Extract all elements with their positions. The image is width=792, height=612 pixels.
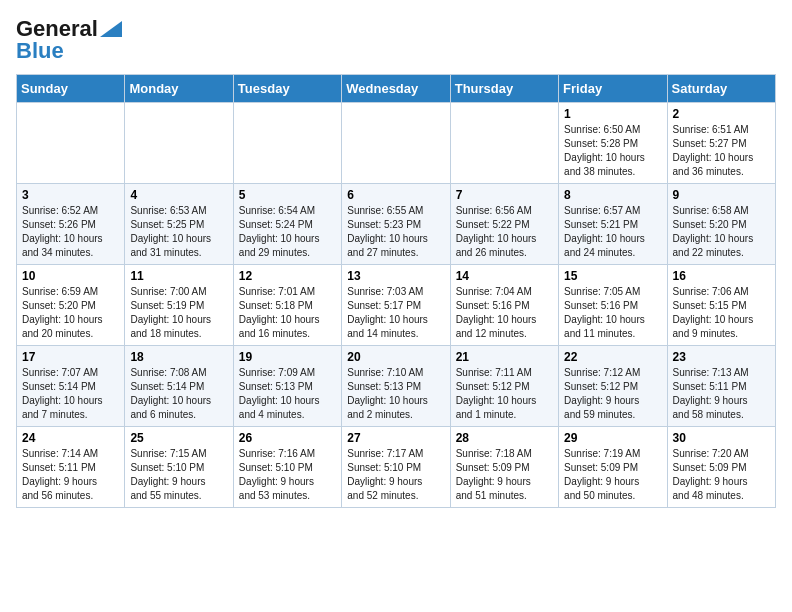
day-info: Sunrise: 6:51 AM Sunset: 5:27 PM Dayligh… bbox=[673, 123, 770, 179]
calendar-cell: 19Sunrise: 7:09 AM Sunset: 5:13 PM Dayli… bbox=[233, 346, 341, 427]
day-number: 8 bbox=[564, 188, 661, 202]
calendar-cell: 18Sunrise: 7:08 AM Sunset: 5:14 PM Dayli… bbox=[125, 346, 233, 427]
day-info: Sunrise: 6:50 AM Sunset: 5:28 PM Dayligh… bbox=[564, 123, 661, 179]
calendar-cell: 10Sunrise: 6:59 AM Sunset: 5:20 PM Dayli… bbox=[17, 265, 125, 346]
calendar-cell: 30Sunrise: 7:20 AM Sunset: 5:09 PM Dayli… bbox=[667, 427, 775, 508]
day-info: Sunrise: 6:54 AM Sunset: 5:24 PM Dayligh… bbox=[239, 204, 336, 260]
calendar-cell: 24Sunrise: 7:14 AM Sunset: 5:11 PM Dayli… bbox=[17, 427, 125, 508]
day-number: 13 bbox=[347, 269, 444, 283]
calendar-cell: 13Sunrise: 7:03 AM Sunset: 5:17 PM Dayli… bbox=[342, 265, 450, 346]
calendar-cell: 11Sunrise: 7:00 AM Sunset: 5:19 PM Dayli… bbox=[125, 265, 233, 346]
day-number: 24 bbox=[22, 431, 119, 445]
weekday-header-sunday: Sunday bbox=[17, 75, 125, 103]
calendar-cell bbox=[342, 103, 450, 184]
header: General Blue bbox=[16, 16, 776, 64]
day-info: Sunrise: 7:09 AM Sunset: 5:13 PM Dayligh… bbox=[239, 366, 336, 422]
logo-blue: Blue bbox=[16, 38, 64, 64]
day-info: Sunrise: 7:08 AM Sunset: 5:14 PM Dayligh… bbox=[130, 366, 227, 422]
week-row-2: 3Sunrise: 6:52 AM Sunset: 5:26 PM Daylig… bbox=[17, 184, 776, 265]
day-info: Sunrise: 7:20 AM Sunset: 5:09 PM Dayligh… bbox=[673, 447, 770, 503]
calendar-cell: 27Sunrise: 7:17 AM Sunset: 5:10 PM Dayli… bbox=[342, 427, 450, 508]
day-number: 10 bbox=[22, 269, 119, 283]
day-number: 16 bbox=[673, 269, 770, 283]
day-info: Sunrise: 6:53 AM Sunset: 5:25 PM Dayligh… bbox=[130, 204, 227, 260]
calendar-cell: 9Sunrise: 6:58 AM Sunset: 5:20 PM Daylig… bbox=[667, 184, 775, 265]
day-info: Sunrise: 7:17 AM Sunset: 5:10 PM Dayligh… bbox=[347, 447, 444, 503]
week-row-1: 1Sunrise: 6:50 AM Sunset: 5:28 PM Daylig… bbox=[17, 103, 776, 184]
calendar-cell: 25Sunrise: 7:15 AM Sunset: 5:10 PM Dayli… bbox=[125, 427, 233, 508]
day-info: Sunrise: 7:13 AM Sunset: 5:11 PM Dayligh… bbox=[673, 366, 770, 422]
calendar-cell: 3Sunrise: 6:52 AM Sunset: 5:26 PM Daylig… bbox=[17, 184, 125, 265]
weekday-header-monday: Monday bbox=[125, 75, 233, 103]
svg-marker-0 bbox=[100, 21, 122, 37]
calendar-cell: 21Sunrise: 7:11 AM Sunset: 5:12 PM Dayli… bbox=[450, 346, 558, 427]
day-info: Sunrise: 6:59 AM Sunset: 5:20 PM Dayligh… bbox=[22, 285, 119, 341]
day-number: 25 bbox=[130, 431, 227, 445]
calendar-cell: 7Sunrise: 6:56 AM Sunset: 5:22 PM Daylig… bbox=[450, 184, 558, 265]
day-info: Sunrise: 7:01 AM Sunset: 5:18 PM Dayligh… bbox=[239, 285, 336, 341]
week-row-3: 10Sunrise: 6:59 AM Sunset: 5:20 PM Dayli… bbox=[17, 265, 776, 346]
day-number: 4 bbox=[130, 188, 227, 202]
calendar-cell bbox=[233, 103, 341, 184]
calendar-cell: 22Sunrise: 7:12 AM Sunset: 5:12 PM Dayli… bbox=[559, 346, 667, 427]
weekday-header-friday: Friday bbox=[559, 75, 667, 103]
weekday-header-tuesday: Tuesday bbox=[233, 75, 341, 103]
day-number: 17 bbox=[22, 350, 119, 364]
day-number: 1 bbox=[564, 107, 661, 121]
calendar-cell: 12Sunrise: 7:01 AM Sunset: 5:18 PM Dayli… bbox=[233, 265, 341, 346]
calendar-cell: 16Sunrise: 7:06 AM Sunset: 5:15 PM Dayli… bbox=[667, 265, 775, 346]
day-info: Sunrise: 7:06 AM Sunset: 5:15 PM Dayligh… bbox=[673, 285, 770, 341]
day-info: Sunrise: 7:12 AM Sunset: 5:12 PM Dayligh… bbox=[564, 366, 661, 422]
week-row-4: 17Sunrise: 7:07 AM Sunset: 5:14 PM Dayli… bbox=[17, 346, 776, 427]
calendar-table: SundayMondayTuesdayWednesdayThursdayFrid… bbox=[16, 74, 776, 508]
day-number: 12 bbox=[239, 269, 336, 283]
day-info: Sunrise: 7:18 AM Sunset: 5:09 PM Dayligh… bbox=[456, 447, 553, 503]
day-number: 20 bbox=[347, 350, 444, 364]
day-number: 15 bbox=[564, 269, 661, 283]
day-number: 9 bbox=[673, 188, 770, 202]
day-number: 7 bbox=[456, 188, 553, 202]
day-number: 27 bbox=[347, 431, 444, 445]
day-info: Sunrise: 7:11 AM Sunset: 5:12 PM Dayligh… bbox=[456, 366, 553, 422]
calendar-cell: 15Sunrise: 7:05 AM Sunset: 5:16 PM Dayli… bbox=[559, 265, 667, 346]
calendar-cell: 8Sunrise: 6:57 AM Sunset: 5:21 PM Daylig… bbox=[559, 184, 667, 265]
day-number: 22 bbox=[564, 350, 661, 364]
day-info: Sunrise: 6:57 AM Sunset: 5:21 PM Dayligh… bbox=[564, 204, 661, 260]
day-number: 29 bbox=[564, 431, 661, 445]
day-info: Sunrise: 7:15 AM Sunset: 5:10 PM Dayligh… bbox=[130, 447, 227, 503]
calendar-cell: 6Sunrise: 6:55 AM Sunset: 5:23 PM Daylig… bbox=[342, 184, 450, 265]
calendar-cell: 26Sunrise: 7:16 AM Sunset: 5:10 PM Dayli… bbox=[233, 427, 341, 508]
day-number: 28 bbox=[456, 431, 553, 445]
weekday-header-saturday: Saturday bbox=[667, 75, 775, 103]
day-number: 14 bbox=[456, 269, 553, 283]
calendar-cell: 14Sunrise: 7:04 AM Sunset: 5:16 PM Dayli… bbox=[450, 265, 558, 346]
day-number: 18 bbox=[130, 350, 227, 364]
weekday-header-thursday: Thursday bbox=[450, 75, 558, 103]
day-info: Sunrise: 6:55 AM Sunset: 5:23 PM Dayligh… bbox=[347, 204, 444, 260]
calendar-cell bbox=[17, 103, 125, 184]
day-number: 11 bbox=[130, 269, 227, 283]
calendar-cell bbox=[125, 103, 233, 184]
day-info: Sunrise: 7:19 AM Sunset: 5:09 PM Dayligh… bbox=[564, 447, 661, 503]
calendar-cell bbox=[450, 103, 558, 184]
calendar-cell: 20Sunrise: 7:10 AM Sunset: 5:13 PM Dayli… bbox=[342, 346, 450, 427]
day-info: Sunrise: 7:16 AM Sunset: 5:10 PM Dayligh… bbox=[239, 447, 336, 503]
day-number: 2 bbox=[673, 107, 770, 121]
logo: General Blue bbox=[16, 16, 122, 64]
day-number: 6 bbox=[347, 188, 444, 202]
calendar-cell: 23Sunrise: 7:13 AM Sunset: 5:11 PM Dayli… bbox=[667, 346, 775, 427]
logo-icon bbox=[100, 21, 122, 37]
day-number: 26 bbox=[239, 431, 336, 445]
day-info: Sunrise: 7:07 AM Sunset: 5:14 PM Dayligh… bbox=[22, 366, 119, 422]
calendar-cell: 29Sunrise: 7:19 AM Sunset: 5:09 PM Dayli… bbox=[559, 427, 667, 508]
weekday-header-row: SundayMondayTuesdayWednesdayThursdayFrid… bbox=[17, 75, 776, 103]
calendar-cell: 4Sunrise: 6:53 AM Sunset: 5:25 PM Daylig… bbox=[125, 184, 233, 265]
calendar-cell: 28Sunrise: 7:18 AM Sunset: 5:09 PM Dayli… bbox=[450, 427, 558, 508]
week-row-5: 24Sunrise: 7:14 AM Sunset: 5:11 PM Dayli… bbox=[17, 427, 776, 508]
day-info: Sunrise: 6:52 AM Sunset: 5:26 PM Dayligh… bbox=[22, 204, 119, 260]
weekday-header-wednesday: Wednesday bbox=[342, 75, 450, 103]
day-number: 3 bbox=[22, 188, 119, 202]
calendar-cell: 17Sunrise: 7:07 AM Sunset: 5:14 PM Dayli… bbox=[17, 346, 125, 427]
day-number: 23 bbox=[673, 350, 770, 364]
calendar-cell: 2Sunrise: 6:51 AM Sunset: 5:27 PM Daylig… bbox=[667, 103, 775, 184]
